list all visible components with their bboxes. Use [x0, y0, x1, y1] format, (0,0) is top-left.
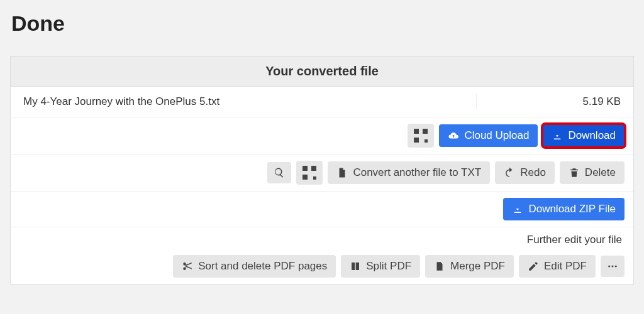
redo-button[interactable]: Redo [495, 161, 555, 184]
qr-code-button-2[interactable] [296, 161, 323, 185]
download-zip-button[interactable]: Download ZIP File [503, 198, 625, 220]
sort-delete-pages-button[interactable]: Sort and delete PDF pages [173, 255, 336, 278]
convert-another-button[interactable]: Convert another file to TXT [328, 161, 490, 184]
converted-file-card: Your converted file My 4-Year Journey wi… [10, 56, 634, 284]
download-icon [512, 203, 523, 215]
primary-actions-row: Cloud Upload Download [11, 117, 633, 154]
edit-icon [528, 261, 539, 272]
scissors-icon [182, 261, 193, 272]
file-size: 5.19 KB [476, 94, 621, 109]
trash-icon [569, 167, 580, 178]
search-button[interactable] [267, 162, 291, 183]
delete-label: Delete [585, 166, 616, 179]
page-title: Done [0, 0, 644, 51]
qr-code-icon [414, 129, 428, 143]
search-icon [274, 167, 285, 178]
download-icon [552, 130, 563, 141]
svg-point-2 [615, 266, 617, 268]
sort-delete-pages-label: Sort and delete PDF pages [198, 260, 327, 273]
secondary-actions-row: Convert another file to TXT Redo Delete [11, 154, 633, 192]
redo-label: Redo [520, 166, 546, 179]
merge-icon [434, 261, 445, 272]
convert-another-label: Convert another file to TXT [353, 166, 481, 179]
file-name: My 4-Year Journey with the OnePlus 5.txt [23, 95, 476, 108]
download-label: Download [568, 129, 616, 142]
edit-pdf-label: Edit PDF [544, 260, 587, 273]
qr-code-icon [303, 166, 316, 180]
split-pdf-label: Split PDF [366, 260, 411, 273]
cloud-upload-button[interactable]: Cloud Upload [439, 124, 538, 147]
download-zip-label: Download ZIP File [528, 203, 616, 215]
cloud-upload-icon [448, 130, 459, 141]
merge-pdf-button[interactable]: Merge PDF [425, 255, 514, 278]
split-icon [350, 261, 361, 272]
ellipsis-icon [607, 261, 618, 272]
more-actions-button[interactable] [601, 256, 625, 277]
further-edit-label: Further edit your file [11, 227, 633, 249]
split-pdf-button[interactable]: Split PDF [341, 255, 420, 278]
qr-code-button[interactable] [408, 124, 434, 148]
edit-pdf-button[interactable]: Edit PDF [519, 255, 596, 278]
redo-icon [504, 167, 515, 178]
delete-button[interactable]: Delete [560, 161, 625, 184]
svg-point-1 [612, 266, 614, 268]
cloud-upload-label: Cloud Upload [464, 129, 529, 142]
further-actions-row: Sort and delete PDF pages Split PDF Merg… [11, 249, 633, 284]
zip-row: Download ZIP File [11, 192, 633, 227]
merge-pdf-label: Merge PDF [450, 260, 505, 273]
file-row: My 4-Year Journey with the OnePlus 5.txt… [11, 87, 633, 117]
file-icon [336, 167, 348, 178]
card-header: Your converted file [11, 57, 633, 87]
svg-point-0 [608, 266, 610, 268]
download-button[interactable]: Download [543, 124, 625, 147]
